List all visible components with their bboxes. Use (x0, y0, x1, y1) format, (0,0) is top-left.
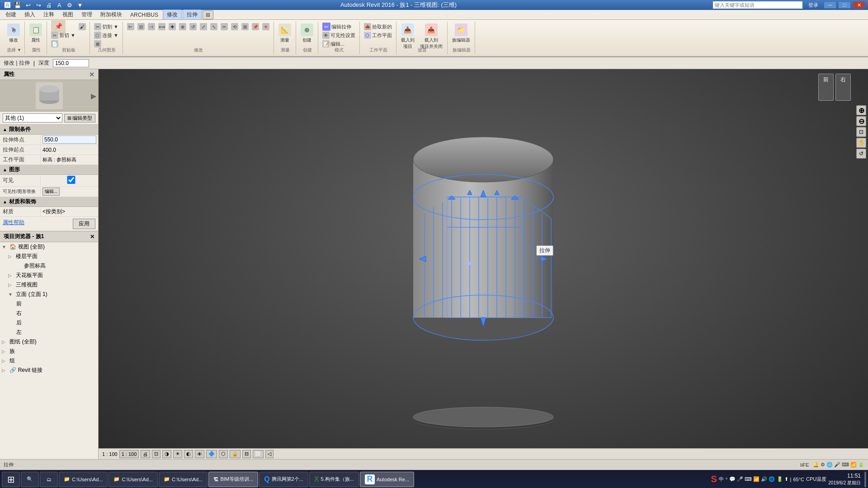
menu-manage[interactable]: 管理 (78, 10, 96, 19)
project-browser-close[interactable]: ✕ (90, 234, 94, 240)
tree-item-groups[interactable]: ▷ 组 (0, 356, 98, 366)
tree-item-ceiling[interactable]: ▷ 天花板平面 (0, 271, 98, 280)
nav-front-btn[interactable]: 前 (818, 74, 834, 101)
tree-item-front[interactable]: 前 (0, 299, 98, 309)
print-viewport-btn[interactable]: 🖨 (141, 450, 150, 458)
type-selector[interactable]: 其他 (1) (3, 113, 62, 122)
show-hide-btn[interactable]: 👁 (195, 450, 204, 458)
ribbon-btn-paste[interactable]: 📌 (50, 23, 67, 31)
menu-modify[interactable]: 修改 (163, 9, 182, 20)
expand-family[interactable]: ▷ (2, 349, 8, 354)
zoom-fit-btn[interactable]: ⊡ (856, 127, 866, 137)
ribbon-btn-family-editor[interactable]: 📁 族编辑器 (450, 23, 472, 44)
preview-arrow-btn[interactable]: ▶ (91, 91, 96, 100)
tree-item-revit-links[interactable]: ▷ 🔗 Revit 链接 (0, 366, 98, 375)
apply-btn[interactable]: 应用 (73, 219, 95, 229)
properties-help-link[interactable]: 属性帮助 (3, 219, 24, 229)
menu-annotate[interactable]: 注释 (40, 10, 58, 19)
tree-item-floor-plan[interactable]: ▷ 楼层平面 (0, 252, 98, 261)
ribbon-btn-load-to-project[interactable]: 📥 载入到项目 (399, 23, 416, 51)
ribbon-btn-load-close[interactable]: 📤 载入到项目并关闭 (418, 23, 444, 51)
tree-item-3d[interactable]: ▷ 三维视图 (0, 280, 98, 290)
ribbon-btn-cut[interactable]: ✂ 剪切 ▼ (50, 31, 77, 39)
expand-views[interactable]: ▼ (2, 244, 8, 249)
ribbon-btn-offset[interactable]: ⊟ (136, 23, 146, 31)
settings-btn[interactable]: ⚙ (65, 0, 74, 9)
taskbar-task-view[interactable]: 🗂 (40, 472, 58, 487)
menu-insert[interactable]: 插入 (21, 10, 39, 19)
expand-floor-plan[interactable]: ▷ (8, 254, 14, 259)
zoom-out-btn[interactable]: ⊖ (856, 116, 866, 126)
temp-hide-btn[interactable]: ⊟ (242, 450, 251, 458)
collapse-btn[interactable]: ◁ (265, 450, 274, 458)
app-menu-btn[interactable]: 🅰 (3, 0, 12, 9)
close-btn[interactable]: ✕ (853, 1, 865, 9)
taskbar-explorer3[interactable]: 📁 C:\Users\Ad... (159, 472, 208, 487)
maximize-btn[interactable]: □ (838, 1, 851, 9)
orbit-btn[interactable]: ↺ (856, 149, 866, 159)
expand-sheets[interactable]: ▷ (2, 339, 8, 344)
menu-view[interactable]: 视图 (59, 10, 77, 19)
taskbar-tencent[interactable]: Q 腾讯网第2个... (259, 472, 308, 487)
ribbon-btn-move[interactable]: ✚ (167, 23, 177, 31)
ribbon-btn-edit-extrusion[interactable]: ✏ 编辑拉伸 (321, 23, 353, 31)
ribbon-btn-copy2[interactable]: ⊕ (178, 23, 188, 31)
pan-btn[interactable]: ✋ (856, 138, 866, 148)
sun-path-btn[interactable]: ☀ (173, 450, 182, 458)
tree-item-left[interactable]: 左 (0, 328, 98, 337)
ribbon-btn-delete[interactable]: ✕ (261, 23, 271, 31)
lock-3d-btn[interactable]: 🔒 (230, 450, 241, 458)
tree-item-ref-level[interactable]: 参照标高 (0, 261, 98, 271)
ribbon-btn-create[interactable]: ⊕ 创建 (299, 23, 315, 44)
save-btn[interactable]: 💾 (13, 0, 22, 9)
ribbon-btn-extend[interactable]: ⤡ (209, 23, 219, 31)
visible-checkbox[interactable] (44, 176, 98, 184)
tree-item-sheets[interactable]: ▷ 图纸 (全部) (0, 337, 98, 347)
ribbon-btn-modify[interactable]: 🖱 修改 (5, 23, 22, 44)
taskbar-search[interactable]: 🔍 (21, 472, 39, 487)
tree-item-family[interactable]: ▷ 族 (0, 347, 98, 356)
ribbon-btn-scale[interactable]: ⟲ (230, 23, 240, 31)
redo-btn[interactable]: ↪ (34, 0, 43, 9)
taskbar-excel[interactable]: X 5.构件集（族... (309, 472, 359, 487)
visual-style-btn[interactable]: ◑ (162, 450, 171, 458)
expand-ceiling[interactable]: ▷ (8, 273, 14, 278)
section-materials[interactable]: ▲ 材质和装饰 (0, 197, 98, 207)
menu-extrusion[interactable]: 拉伸 (183, 9, 202, 20)
dropdown-btn[interactable]: ▼ (75, 0, 85, 9)
render-btn[interactable]: 🔷 (206, 450, 217, 458)
menu-archibus[interactable]: ARCHIBUS (127, 11, 162, 19)
measure-btn[interactable]: A (55, 0, 64, 9)
ribbon-btn-visibility[interactable]: 👁 可见性设置 (321, 31, 357, 39)
ribbon-btn-array[interactable]: ⊞ (240, 23, 250, 31)
sign-in-btn[interactable]: 登录 (808, 2, 818, 9)
tree-item-views[interactable]: ▼ 🏠 视图 (全部) (0, 242, 98, 252)
show-desktop-btn[interactable] (864, 472, 866, 487)
zoom-in-btn[interactable]: ⊕ (856, 105, 866, 115)
menu-create[interactable]: 创建 (2, 10, 20, 19)
ribbon-btn-pin[interactable]: 📌 (250, 23, 260, 31)
edit-type-btn[interactable]: ⊞ 编辑类型 (64, 114, 95, 122)
section-box-btn[interactable]: ⬜ (253, 450, 264, 458)
ribbon-btn-show-workplane[interactable]: ⬡ 工作平面 (363, 31, 393, 39)
taskbar-explorer2[interactable]: 📁 C:\Users\Ad... (108, 472, 157, 487)
menu-more[interactable]: ⊞ (203, 10, 213, 19)
ribbon-btn-pick-new[interactable]: 📤 拾取新的 (363, 23, 393, 31)
3d-view-btn[interactable]: ⬡ (219, 450, 228, 458)
extrusion-end-input[interactable] (42, 136, 96, 144)
detail-level-btn[interactable]: ⊡ (152, 450, 160, 458)
section-constraints[interactable]: ▲ 限制条件 (0, 125, 98, 135)
viewport[interactable]: 拉伸 前 右 ⊕ ⊖ ⊡ ✋ ↺ (99, 69, 868, 459)
undo-btn[interactable]: ↩ (24, 0, 33, 9)
ribbon-btn-split2[interactable]: ✂ (219, 23, 229, 31)
taskbar-revit[interactable]: R Autodesk Re... (360, 472, 414, 487)
ribbon-btn-mirror-pick[interactable]: ⊣ (146, 23, 156, 31)
ribbon-btn-trim[interactable]: ⤢ (198, 23, 208, 31)
ribbon-btn-mirror-draw[interactable]: ⟺ (157, 23, 167, 31)
properties-close-btn[interactable]: ✕ (89, 71, 94, 78)
taskbar-bim[interactable]: 🏗 BIM等级培训... (208, 472, 258, 487)
ribbon-btn-cut-geom[interactable]: ✂ 切割 ▼ (93, 23, 120, 31)
minimize-btn[interactable]: ─ (824, 1, 836, 9)
start-btn[interactable]: ⊞ (2, 472, 20, 487)
ribbon-btn-rotate[interactable]: ↺ (188, 23, 198, 31)
